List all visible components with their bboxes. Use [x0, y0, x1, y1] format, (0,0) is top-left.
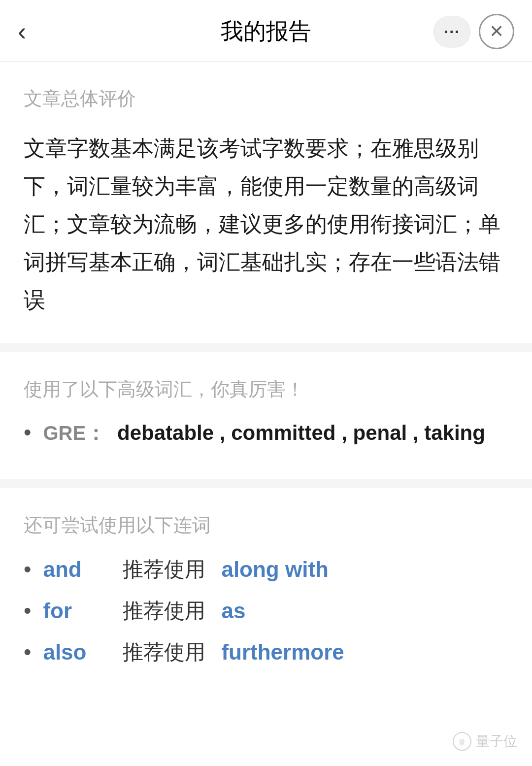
divider-1 — [0, 343, 532, 352]
watermark-logo-icon: 量 — [452, 732, 472, 751]
vocab-category: GRE： — [43, 420, 105, 447]
list-item: • also 推荐使用 furthermore — [24, 638, 508, 666]
divider-2 — [0, 479, 532, 488]
connector-word: and — [43, 557, 107, 582]
connector-label: 推荐使用 — [123, 597, 205, 625]
connector-suggestion: as — [221, 599, 245, 623]
close-button[interactable]: ✕ — [479, 14, 514, 49]
bullet-icon: • — [24, 557, 31, 582]
connector-suggestion: furthermore — [221, 640, 344, 665]
vocab-section-title: 使用了以下高级词汇，你真厉害！ — [24, 377, 508, 402]
list-item: • for 推荐使用 as — [24, 597, 508, 625]
page-title: 我的报告 — [221, 16, 311, 47]
vocab-list: • GRE： debatable , committed , penal , t… — [24, 420, 508, 447]
bullet-icon: • — [24, 420, 31, 445]
overall-section: 文章总体评价 文章字数基本满足该考试字数要求；在雅思级别下，词汇量较为丰富，能使… — [0, 62, 532, 343]
connector-word: also — [43, 640, 107, 665]
bullet-icon: • — [24, 640, 31, 665]
connector-label: 推荐使用 — [123, 638, 205, 666]
overall-section-title: 文章总体评价 — [24, 86, 508, 111]
connector-word: for — [43, 599, 107, 623]
watermark: 量 量子位 — [452, 732, 517, 751]
vocab-section: 使用了以下高级词汇，你真厉害！ • GRE： debatable , commi… — [0, 352, 532, 479]
close-icon: ✕ — [489, 21, 504, 42]
watermark-text: 量子位 — [476, 732, 517, 751]
back-button[interactable]: ‹ — [18, 19, 26, 44]
connector-list: • and 推荐使用 along with • for 推荐使用 as • al… — [24, 556, 508, 666]
connector-section: 还可尝试使用以下连词 • and 推荐使用 along with • for 推… — [0, 488, 532, 704]
connector-section-title: 还可尝试使用以下连词 — [24, 513, 508, 538]
connector-label: 推荐使用 — [123, 556, 205, 583]
header: ‹ 我的报告 ··· ✕ — [0, 0, 532, 62]
header-actions: ··· ✕ — [433, 14, 514, 49]
overall-section-body: 文章字数基本满足该考试字数要求；在雅思级别下，词汇量较为丰富，能使用一定数量的高… — [24, 129, 508, 319]
svg-text:量: 量 — [459, 738, 466, 746]
connector-suggestion: along with — [221, 557, 329, 582]
more-button[interactable]: ··· — [433, 16, 471, 48]
vocab-words: debatable , committed , penal , taking — [117, 421, 485, 445]
bullet-icon: • — [24, 599, 31, 623]
list-item: • and 推荐使用 along with — [24, 556, 508, 583]
list-item: • GRE： debatable , committed , penal , t… — [24, 420, 508, 447]
